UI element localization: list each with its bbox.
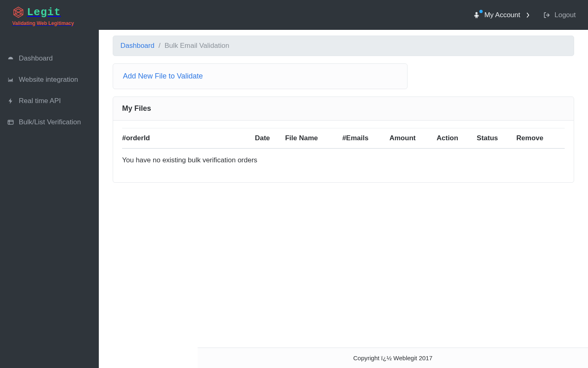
sidebar-item-label: Real time API (19, 97, 61, 105)
breadcrumb: Dashboard / Bulk Email Validation (113, 36, 574, 56)
logo-icon (12, 6, 24, 18)
chart-area-icon (7, 76, 14, 83)
my-account-menu[interactable]: My Account (473, 11, 532, 19)
breadcrumb-root-link[interactable]: Dashboard (120, 42, 154, 50)
empty-message: You have no existing bulk verification o… (122, 148, 565, 169)
table-empty-row: You have no existing bulk verification o… (122, 148, 565, 169)
app-header: Legit Validating Web Legitimacy My Accou… (0, 0, 588, 30)
col-remove: Remove (517, 128, 565, 149)
brand-tagline: Validating Web Legitimacy (12, 21, 74, 26)
sidebar-item-bulk-verification[interactable]: Bulk/List Verification (0, 112, 99, 133)
col-status: Status (477, 128, 517, 149)
sidebar-item-label: Bulk/List Verification (19, 118, 81, 126)
logout-label: Logout (555, 11, 576, 19)
col-emails: #Emails (342, 128, 390, 149)
svg-rect-11 (8, 120, 13, 124)
sidebar: Dashboard Website integration Real time … (0, 30, 99, 368)
files-table: #orderId Date File Name #Emails Amount A… (122, 128, 565, 169)
copyright-text: Copyright ï¿½ Weblegit 2017 (353, 355, 432, 361)
svg-rect-6 (474, 15, 475, 16)
col-amount: Amount (390, 128, 437, 149)
svg-rect-9 (477, 17, 478, 18)
svg-rect-8 (476, 17, 477, 18)
sidebar-item-realtime-api[interactable]: Real time API (0, 90, 99, 112)
col-date: Date (255, 128, 285, 149)
col-order-id: #orderId (122, 128, 255, 149)
header-nav: My Account Logout (473, 11, 576, 19)
add-new-file-link[interactable]: Add New File to Validate (123, 72, 203, 81)
gauge-icon (7, 55, 14, 62)
logout-icon (543, 11, 550, 19)
notification-dot-icon (479, 10, 483, 13)
brand-name: Legit (27, 7, 61, 18)
sidebar-item-dashboard[interactable]: Dashboard (0, 48, 99, 69)
panel-title: My Files (113, 97, 574, 121)
svg-rect-7 (478, 15, 479, 16)
svg-point-4 (476, 12, 478, 14)
breadcrumb-current: Bulk Email Validation (165, 42, 229, 50)
svg-rect-5 (475, 14, 478, 17)
add-file-card: Add New File to Validate (113, 63, 408, 89)
breadcrumb-separator: / (158, 42, 160, 50)
list-icon (7, 119, 14, 126)
sidebar-item-label: Website integration (19, 76, 78, 84)
col-action: Action (437, 128, 477, 149)
chevron-right-icon (524, 11, 532, 19)
my-account-label: My Account (484, 11, 520, 19)
my-files-panel: My Files #orderId Date File Name #Emails… (113, 96, 574, 183)
bolt-icon (7, 98, 14, 104)
main-content: Dashboard / Bulk Email Validation Add Ne… (99, 30, 588, 368)
sidebar-item-website-integration[interactable]: Website integration (0, 69, 99, 90)
sidebar-item-label: Dashboard (19, 54, 53, 63)
user-icon (473, 11, 480, 19)
brand-logo[interactable]: Legit Validating Web Legitimacy (12, 6, 74, 26)
col-file-name: File Name (285, 128, 342, 149)
page-footer: Copyright ï¿½ Weblegit 2017 (198, 348, 588, 368)
logout-link[interactable]: Logout (543, 11, 576, 19)
